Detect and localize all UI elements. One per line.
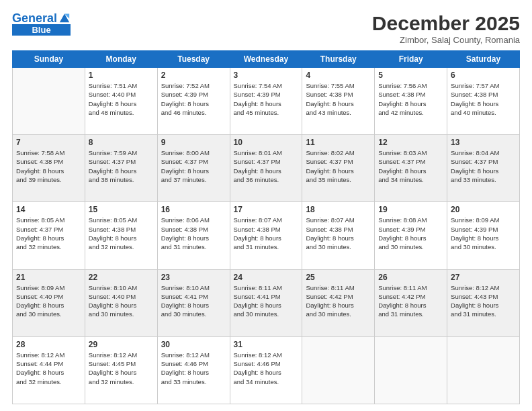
day-info: Sunrise: 7:58 AMSunset: 4:38 PMDaylight:… xyxy=(16,148,81,184)
day-number: 5 xyxy=(378,71,443,80)
calendar-week-row: 28Sunrise: 8:12 AMSunset: 4:44 PMDayligh… xyxy=(13,336,520,404)
calendar-table: Sunday Monday Tuesday Wednesday Thursday… xyxy=(12,50,520,404)
day-number: 8 xyxy=(89,138,154,147)
day-info: Sunrise: 8:09 AMSunset: 4:40 PMDaylight:… xyxy=(16,283,81,319)
day-info: Sunrise: 8:12 AMSunset: 4:43 PMDaylight:… xyxy=(451,283,516,319)
table-row: 14Sunrise: 8:05 AMSunset: 4:37 PMDayligh… xyxy=(13,202,85,269)
table-row: 13Sunrise: 8:04 AMSunset: 4:37 PMDayligh… xyxy=(447,135,520,202)
day-info: Sunrise: 7:59 AMSunset: 4:37 PMDaylight:… xyxy=(89,148,154,184)
day-number: 6 xyxy=(451,71,516,80)
table-row: 12Sunrise: 8:03 AMSunset: 4:37 PMDayligh… xyxy=(375,135,447,202)
header: General Blue December 2025 Zimbor, Salaj… xyxy=(12,12,520,45)
day-info: Sunrise: 8:12 AMSunset: 4:46 PMDaylight:… xyxy=(161,351,226,386)
table-row xyxy=(13,68,85,135)
table-row: 10Sunrise: 8:01 AMSunset: 4:37 PMDayligh… xyxy=(230,135,302,202)
day-info: Sunrise: 8:06 AMSunset: 4:38 PMDaylight:… xyxy=(161,216,226,251)
day-number: 30 xyxy=(161,340,226,349)
day-info: Sunrise: 7:51 AMSunset: 4:40 PMDaylight:… xyxy=(89,81,154,117)
table-row: 1Sunrise: 7:51 AMSunset: 4:40 PMDaylight… xyxy=(85,68,157,135)
day-info: Sunrise: 8:02 AMSunset: 4:37 PMDaylight:… xyxy=(306,148,371,184)
table-row: 7Sunrise: 7:58 AMSunset: 4:38 PMDaylight… xyxy=(13,135,85,202)
table-row: 30Sunrise: 8:12 AMSunset: 4:46 PMDayligh… xyxy=(157,336,230,404)
table-row: 6Sunrise: 7:57 AMSunset: 4:38 PMDaylight… xyxy=(447,68,520,135)
col-wednesday: Wednesday xyxy=(230,51,302,68)
table-row xyxy=(447,336,520,404)
logo: General Blue xyxy=(12,12,71,36)
table-row: 20Sunrise: 8:09 AMSunset: 4:39 PMDayligh… xyxy=(447,202,520,269)
day-number: 25 xyxy=(306,273,371,282)
day-number: 11 xyxy=(306,138,371,147)
day-number: 7 xyxy=(16,138,81,147)
day-number: 17 xyxy=(234,205,299,214)
col-tuesday: Tuesday xyxy=(157,51,230,68)
day-info: Sunrise: 8:11 AMSunset: 4:41 PMDaylight:… xyxy=(234,283,299,319)
day-info: Sunrise: 8:01 AMSunset: 4:37 PMDaylight:… xyxy=(234,148,299,184)
table-row: 16Sunrise: 8:06 AMSunset: 4:38 PMDayligh… xyxy=(157,202,230,269)
table-row: 26Sunrise: 8:11 AMSunset: 4:42 PMDayligh… xyxy=(375,269,447,336)
day-number: 29 xyxy=(89,340,154,349)
table-row: 24Sunrise: 8:11 AMSunset: 4:41 PMDayligh… xyxy=(230,269,302,336)
calendar-week-row: 14Sunrise: 8:05 AMSunset: 4:37 PMDayligh… xyxy=(13,202,520,269)
table-row: 3Sunrise: 7:54 AMSunset: 4:39 PMDaylight… xyxy=(230,68,302,135)
day-info: Sunrise: 8:07 AMSunset: 4:38 PMDaylight:… xyxy=(306,216,371,251)
logo-text: General xyxy=(12,12,57,26)
day-info: Sunrise: 7:56 AMSunset: 4:38 PMDaylight:… xyxy=(378,81,443,117)
day-info: Sunrise: 8:11 AMSunset: 4:42 PMDaylight:… xyxy=(306,283,371,319)
day-number: 22 xyxy=(89,273,154,282)
day-info: Sunrise: 8:10 AMSunset: 4:41 PMDaylight:… xyxy=(161,283,226,319)
day-number: 26 xyxy=(378,273,443,282)
table-row: 28Sunrise: 8:12 AMSunset: 4:44 PMDayligh… xyxy=(13,336,85,404)
day-info: Sunrise: 8:00 AMSunset: 4:37 PMDaylight:… xyxy=(161,148,226,184)
month-title: December 2025 xyxy=(372,12,520,35)
table-row: 18Sunrise: 8:07 AMSunset: 4:38 PMDayligh… xyxy=(302,202,375,269)
day-number: 3 xyxy=(234,71,299,80)
table-row: 5Sunrise: 7:56 AMSunset: 4:38 PMDaylight… xyxy=(375,68,447,135)
table-row xyxy=(375,336,447,404)
table-row: 27Sunrise: 8:12 AMSunset: 4:43 PMDayligh… xyxy=(447,269,520,336)
table-row xyxy=(302,336,375,404)
day-info: Sunrise: 8:03 AMSunset: 4:37 PMDaylight:… xyxy=(378,148,443,184)
table-row: 21Sunrise: 8:09 AMSunset: 4:40 PMDayligh… xyxy=(13,269,85,336)
day-number: 19 xyxy=(378,205,443,214)
day-number: 20 xyxy=(451,205,516,214)
col-friday: Friday xyxy=(375,51,447,68)
table-row: 29Sunrise: 8:12 AMSunset: 4:45 PMDayligh… xyxy=(85,336,157,404)
table-row: 23Sunrise: 8:10 AMSunset: 4:41 PMDayligh… xyxy=(157,269,230,336)
day-number: 10 xyxy=(234,138,299,147)
col-monday: Monday xyxy=(85,51,157,68)
day-info: Sunrise: 7:57 AMSunset: 4:38 PMDaylight:… xyxy=(451,81,516,117)
table-row: 17Sunrise: 8:07 AMSunset: 4:38 PMDayligh… xyxy=(230,202,302,269)
calendar-week-row: 1Sunrise: 7:51 AMSunset: 4:40 PMDaylight… xyxy=(13,68,520,135)
table-row: 8Sunrise: 7:59 AMSunset: 4:37 PMDaylight… xyxy=(85,135,157,202)
day-number: 27 xyxy=(451,273,516,282)
day-info: Sunrise: 8:04 AMSunset: 4:37 PMDaylight:… xyxy=(451,148,516,184)
day-number: 4 xyxy=(306,71,371,80)
table-row: 19Sunrise: 8:08 AMSunset: 4:39 PMDayligh… xyxy=(375,202,447,269)
table-row: 31Sunrise: 8:12 AMSunset: 4:46 PMDayligh… xyxy=(230,336,302,404)
day-number: 28 xyxy=(16,340,81,349)
day-number: 15 xyxy=(89,205,154,214)
day-number: 16 xyxy=(161,205,226,214)
table-row: 4Sunrise: 7:55 AMSunset: 4:38 PMDaylight… xyxy=(302,68,375,135)
day-info: Sunrise: 8:09 AMSunset: 4:39 PMDaylight:… xyxy=(451,216,516,251)
table-row: 2Sunrise: 7:52 AMSunset: 4:39 PMDaylight… xyxy=(157,68,230,135)
day-number: 23 xyxy=(161,273,226,282)
table-row: 25Sunrise: 8:11 AMSunset: 4:42 PMDayligh… xyxy=(302,269,375,336)
day-info: Sunrise: 7:55 AMSunset: 4:38 PMDaylight:… xyxy=(306,81,371,117)
day-info: Sunrise: 8:05 AMSunset: 4:38 PMDaylight:… xyxy=(89,216,154,251)
col-thursday: Thursday xyxy=(302,51,375,68)
col-sunday: Sunday xyxy=(13,51,85,68)
day-info: Sunrise: 8:12 AMSunset: 4:45 PMDaylight:… xyxy=(89,351,154,386)
day-number: 13 xyxy=(451,138,516,147)
calendar-week-row: 21Sunrise: 8:09 AMSunset: 4:40 PMDayligh… xyxy=(13,269,520,336)
day-info: Sunrise: 8:05 AMSunset: 4:37 PMDaylight:… xyxy=(16,216,81,251)
day-info: Sunrise: 7:52 AMSunset: 4:39 PMDaylight:… xyxy=(161,81,226,117)
page: General Blue December 2025 Zimbor, Salaj… xyxy=(0,0,532,411)
day-number: 9 xyxy=(161,138,226,147)
day-info: Sunrise: 8:07 AMSunset: 4:38 PMDaylight:… xyxy=(234,216,299,251)
day-number: 1 xyxy=(89,71,154,80)
day-info: Sunrise: 8:12 AMSunset: 4:44 PMDaylight:… xyxy=(16,351,81,386)
day-info: Sunrise: 8:10 AMSunset: 4:40 PMDaylight:… xyxy=(89,283,154,319)
day-number: 14 xyxy=(16,205,81,214)
table-row: 22Sunrise: 8:10 AMSunset: 4:40 PMDayligh… xyxy=(85,269,157,336)
